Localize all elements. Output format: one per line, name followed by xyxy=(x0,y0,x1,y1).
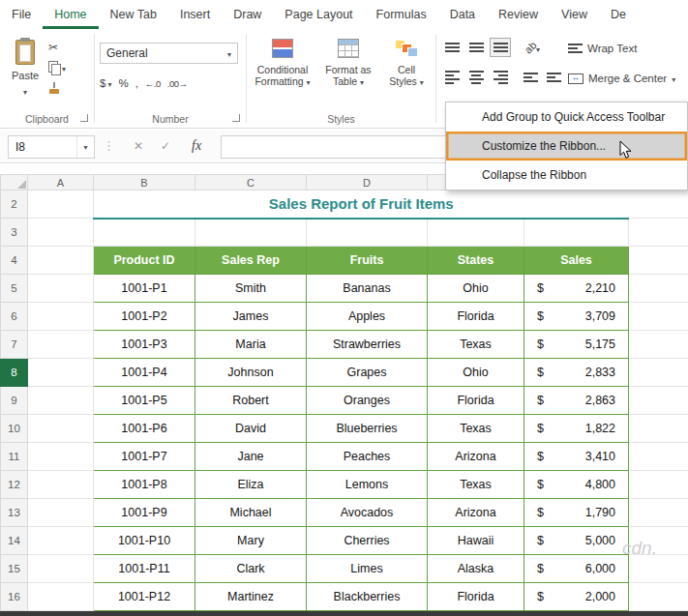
col-header-d[interactable]: D xyxy=(307,175,428,191)
empty-cell[interactable] xyxy=(28,583,94,611)
decrease-decimal-button[interactable]: .00→ xyxy=(167,78,188,89)
cell-product-id[interactable]: 1001-P7 xyxy=(94,443,195,471)
cell-product-id[interactable]: 1001-P12 xyxy=(94,583,195,611)
empty-cell[interactable] xyxy=(28,499,94,527)
cell-fruit[interactable]: Limes xyxy=(307,555,428,583)
row-header[interactable]: 15 xyxy=(1,555,28,583)
empty-cell[interactable] xyxy=(524,219,629,247)
row-header[interactable]: 9 xyxy=(1,387,28,415)
name-box[interactable]: I8 xyxy=(8,135,95,159)
empty-cell[interactable] xyxy=(629,219,688,247)
col-header-a[interactable]: A xyxy=(28,175,94,191)
tab-file[interactable]: File xyxy=(0,0,43,29)
header-states[interactable]: States xyxy=(428,247,524,275)
row-header[interactable]: 2 xyxy=(1,191,28,219)
select-all-corner[interactable] xyxy=(1,175,28,191)
menu-item-collapse-the-ribbon[interactable]: Collapse the Ribbon xyxy=(446,161,687,190)
row-header[interactable]: 7 xyxy=(1,331,28,359)
cell-state[interactable]: Arizona xyxy=(428,443,524,471)
align-right-button[interactable] xyxy=(490,68,511,87)
empty-cell[interactable] xyxy=(28,275,94,303)
dialog-launcher-icon[interactable] xyxy=(80,114,88,122)
empty-cell[interactable] xyxy=(28,555,94,583)
cell-state[interactable]: Texas xyxy=(428,415,524,443)
increase-indent-button[interactable] xyxy=(543,68,564,87)
cell-fruit[interactable]: Grapes xyxy=(307,359,428,387)
cell-sales[interactable]: $2,210 xyxy=(524,275,629,303)
cell-sales-rep[interactable]: Robert xyxy=(195,387,307,415)
cell-product-id[interactable]: 1001-P9 xyxy=(94,499,195,527)
tab-formulas[interactable]: Formulas xyxy=(365,0,438,29)
cell-fruit[interactable]: Avocados xyxy=(307,499,428,527)
cell-state[interactable]: Texas xyxy=(428,471,524,499)
tab-view[interactable]: View xyxy=(550,0,599,29)
empty-cell[interactable] xyxy=(629,359,688,387)
cell-sales[interactable]: $5,000 xyxy=(524,527,629,555)
cell-sales-rep[interactable]: Maria xyxy=(195,331,307,359)
tab-developer[interactable]: De xyxy=(599,0,638,29)
cut-button[interactable]: ✂ xyxy=(48,37,89,57)
cell-sales[interactable]: $2,833 xyxy=(524,359,629,387)
cell-state[interactable]: Florida xyxy=(428,303,524,331)
cell-fruit[interactable]: Oranges xyxy=(307,387,428,415)
cell-sales-rep[interactable]: Smith xyxy=(195,275,307,303)
empty-cell[interactable] xyxy=(195,219,307,247)
empty-cell[interactable] xyxy=(28,331,94,359)
menu-item-customize-the-ribbon[interactable]: Customize the Ribbon... xyxy=(446,132,687,161)
comma-style-button[interactable]: , xyxy=(135,77,138,89)
empty-cell[interactable] xyxy=(28,471,94,499)
empty-cell[interactable] xyxy=(94,219,195,247)
cell-state[interactable]: Florida xyxy=(428,387,524,415)
row-header[interactable]: 3 xyxy=(1,219,28,247)
cell-sales-rep[interactable]: Mary xyxy=(195,527,307,555)
tab-page-layout[interactable]: Page Layout xyxy=(273,0,364,29)
row-header[interactable]: 5 xyxy=(1,275,28,303)
cell-styles-button[interactable]: CellStyles xyxy=(382,35,431,124)
empty-cell[interactable] xyxy=(28,191,94,219)
empty-cell[interactable] xyxy=(629,303,688,331)
cell-sales[interactable]: $5,175 xyxy=(524,331,629,359)
cell-product-id[interactable]: 1001-P5 xyxy=(94,387,195,415)
insert-function-button[interactable]: fx xyxy=(192,138,201,154)
cell-sales[interactable]: $2,000 xyxy=(524,583,629,611)
cell-fruit[interactable]: Peaches xyxy=(307,443,428,471)
align-left-button[interactable] xyxy=(441,68,463,87)
empty-cell[interactable] xyxy=(629,247,688,275)
cell-state[interactable]: Texas xyxy=(428,331,524,359)
cell-state[interactable]: Ohio xyxy=(428,275,524,303)
cell-sales-rep[interactable]: Clark xyxy=(195,555,307,583)
cell-sales[interactable]: $3,709 xyxy=(524,303,629,331)
dialog-launcher-icon[interactable] xyxy=(232,114,240,122)
enter-icon[interactable]: ✓ xyxy=(161,139,170,153)
cell-sales[interactable]: $1,790 xyxy=(524,499,629,527)
cell-product-id[interactable]: 1001-P1 xyxy=(94,275,195,303)
cell-product-id[interactable]: 1001-P10 xyxy=(94,527,195,555)
empty-cell[interactable] xyxy=(28,303,94,331)
cell-sales-rep[interactable]: Eliza xyxy=(195,471,307,499)
empty-cell[interactable] xyxy=(28,219,94,247)
cell-state[interactable]: Arizona xyxy=(428,499,524,527)
wrap-text-button[interactable]: Wrap Text xyxy=(568,38,637,59)
cell-state[interactable]: Florida xyxy=(428,583,524,611)
cell-sales[interactable]: $1,822 xyxy=(524,415,629,443)
header-sales[interactable]: Sales xyxy=(524,247,629,275)
cell-fruit[interactable]: Cherries xyxy=(307,527,428,555)
cell-sales[interactable]: $6,000 xyxy=(524,555,629,583)
format-as-table-button[interactable]: Format asTable xyxy=(318,35,378,124)
empty-cell[interactable] xyxy=(307,219,428,247)
empty-cell[interactable] xyxy=(629,331,688,359)
empty-cell[interactable] xyxy=(629,499,688,527)
tab-draw[interactable]: Draw xyxy=(222,0,273,29)
cell-sales-rep[interactable]: James xyxy=(195,303,307,331)
empty-cell[interactable] xyxy=(629,443,688,471)
empty-cell[interactable] xyxy=(629,191,688,219)
cell-fruit[interactable]: Bananas xyxy=(307,275,428,303)
decrease-indent-button[interactable] xyxy=(520,68,541,87)
row-header-selected[interactable]: 8 xyxy=(1,359,28,387)
cell-sales-rep[interactable]: Martinez xyxy=(195,583,307,611)
copy-button[interactable] xyxy=(48,57,89,77)
paste-button[interactable]: Paste xyxy=(6,34,45,123)
empty-cell[interactable] xyxy=(629,387,688,415)
empty-cell[interactable] xyxy=(428,219,524,247)
cell-product-id[interactable]: 1001-P8 xyxy=(94,471,195,499)
